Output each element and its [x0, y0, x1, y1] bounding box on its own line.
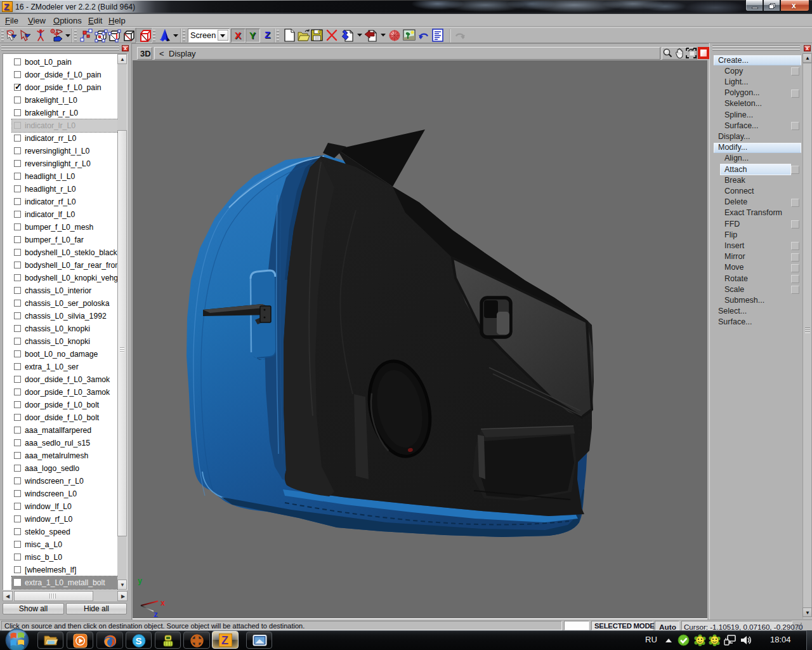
svg-text:S: S — [136, 635, 142, 646]
svg-text:z: z — [154, 611, 158, 618]
svg-text:x: x — [160, 599, 165, 608]
svg-text:Z: Z — [221, 634, 228, 647]
svg-text:y: y — [138, 577, 142, 586]
